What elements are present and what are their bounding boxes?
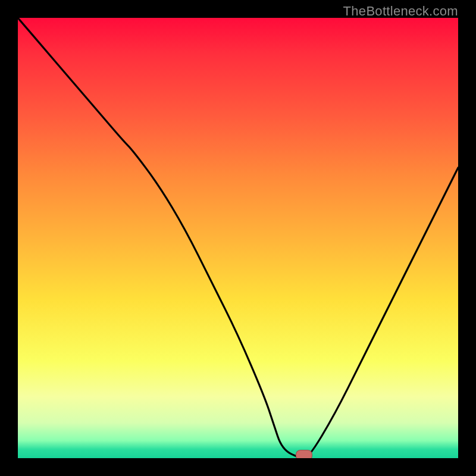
gradient-background [18, 18, 458, 458]
chart-frame: TheBottleneck.com [0, 0, 476, 476]
watermark-label: TheBottleneck.com [343, 4, 458, 19]
optimal-point-marker [296, 450, 312, 458]
plot-area [18, 18, 458, 458]
